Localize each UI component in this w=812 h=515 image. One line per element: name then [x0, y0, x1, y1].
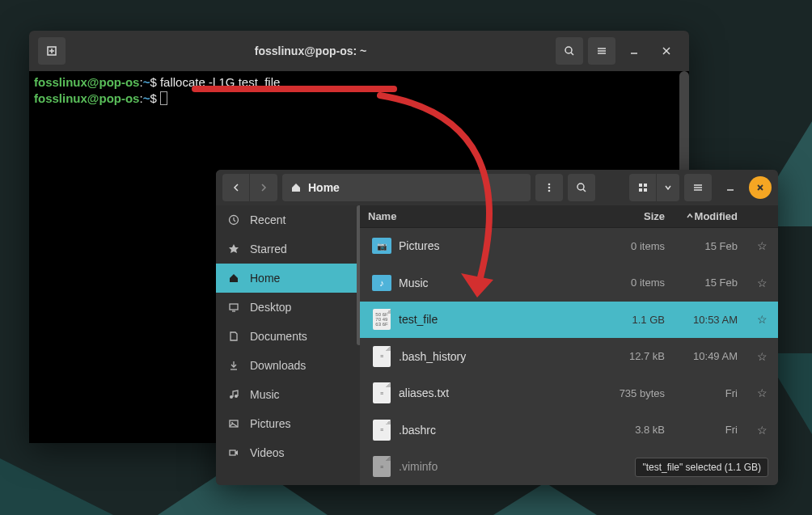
- table-row[interactable]: ♪ Music 0 items 15 Feb ☆: [360, 264, 778, 301]
- sidebar-item-label: Documents: [250, 330, 307, 343]
- sidebar-item-label: Music: [250, 388, 280, 401]
- download-icon: [227, 360, 240, 371]
- sidebar-item-desktop[interactable]: Desktop: [216, 293, 360, 322]
- nav-back-button[interactable]: [222, 174, 250, 201]
- terminal-line: fosslinux@pop-os:~$: [34, 91, 684, 107]
- view-dropdown-button[interactable]: [657, 174, 679, 201]
- folder-icon: 📷: [372, 238, 391, 254]
- home-icon: [227, 272, 240, 284]
- table-row[interactable]: ≡ .bashrc 3.8 kB Fri ☆: [360, 412, 778, 448]
- path-label: Home: [308, 181, 340, 194]
- terminal-minimize-button[interactable]: [620, 37, 648, 65]
- file-size: 12.7 kB: [600, 350, 673, 362]
- svg-marker-28: [229, 244, 239, 253]
- file-manager-window: Home Recent Starred Home Desktop Documen…: [216, 170, 778, 485]
- star-button[interactable]: ☆: [746, 239, 778, 252]
- terminal-search-button[interactable]: [556, 37, 583, 65]
- file-search-button[interactable]: [568, 174, 595, 201]
- terminal-cursor: [160, 91, 167, 105]
- file-modified: 10:53 AM: [673, 314, 746, 326]
- svg-rect-19: [639, 188, 642, 192]
- svg-point-14: [548, 190, 551, 192]
- file-name: .bash_history: [392, 350, 600, 363]
- svg-rect-20: [644, 188, 647, 192]
- file-size: 0 items: [600, 276, 673, 289]
- svg-rect-17: [639, 184, 642, 187]
- folder-icon: ♪: [372, 275, 391, 291]
- sidebar-item-label: Desktop: [250, 301, 291, 314]
- file-size: 0 items: [600, 240, 673, 252]
- sort-asc-icon: [687, 213, 693, 219]
- status-bar: "test_file" selected (1.1 GB): [635, 458, 768, 477]
- file-name: test_file: [392, 313, 600, 326]
- terminal-close-button[interactable]: [653, 37, 680, 65]
- star-button[interactable]: ☆: [746, 313, 778, 326]
- sidebar-item-downloads[interactable]: Downloads: [216, 351, 360, 380]
- table-row[interactable]: ≡ .bash_history 12.7 kB 10:49 AM ☆: [360, 338, 778, 374]
- star-button[interactable]: ☆: [746, 424, 778, 437]
- text-file-icon: ≡: [373, 456, 391, 477]
- text-file-icon: ≡: [373, 382, 391, 403]
- sidebar-scrollbar[interactable]: [357, 205, 360, 345]
- star-icon: [227, 243, 240, 255]
- new-tab-button[interactable]: [38, 37, 66, 65]
- document-icon: [227, 331, 240, 342]
- sidebar-item-pictures[interactable]: Pictures: [216, 409, 360, 438]
- desktop-icon: [227, 302, 240, 313]
- sidebar-item-recent[interactable]: Recent: [216, 205, 360, 234]
- column-size[interactable]: Size: [600, 210, 673, 222]
- file-modified: Fri: [673, 387, 746, 399]
- binary-file-icon: 50 6F70 4963 6F: [373, 309, 391, 330]
- svg-rect-29: [230, 304, 238, 310]
- view-grid-button[interactable]: [629, 174, 657, 201]
- svg-line-4: [571, 53, 573, 55]
- column-modified[interactable]: Modified: [673, 210, 746, 222]
- file-modified: 15 Feb: [673, 240, 746, 252]
- terminal-titlebar[interactable]: fosslinux@pop-os: ~: [29, 31, 689, 71]
- picture-icon: [227, 418, 240, 429]
- file-size: 735 bytes: [600, 387, 673, 399]
- file-name: .viminfo: [392, 460, 600, 473]
- sidebar-item-videos[interactable]: Videos: [216, 438, 360, 467]
- file-manager-titlebar[interactable]: Home: [216, 170, 778, 205]
- table-row[interactable]: 50 6F70 4963 6F test_file 1.1 GB 10:53 A…: [360, 302, 778, 338]
- nav-forward-button[interactable]: [250, 174, 277, 201]
- star-button[interactable]: ☆: [746, 350, 778, 363]
- file-name: Pictures: [392, 239, 600, 252]
- table-row[interactable]: ≡ aliases.txt 735 bytes Fri ☆: [360, 375, 778, 412]
- sidebar: Recent Starred Home Desktop Documents Do…: [216, 205, 360, 485]
- sidebar-item-label: Downloads: [250, 359, 306, 372]
- file-modified: 15 Feb: [673, 276, 746, 289]
- star-button[interactable]: ☆: [746, 386, 778, 399]
- text-file-icon: ≡: [373, 420, 391, 441]
- sidebar-item-label: Starred: [250, 243, 287, 255]
- sidebar-item-home[interactable]: Home: [216, 264, 360, 293]
- text-file-icon: ≡: [373, 346, 391, 367]
- file-modified: 10:49 AM: [673, 350, 746, 362]
- terminal-menu-button[interactable]: [588, 37, 615, 65]
- sidebar-item-music[interactable]: Music: [216, 380, 360, 409]
- path-bar[interactable]: Home: [282, 174, 531, 201]
- sidebar-item-starred[interactable]: Starred: [216, 234, 360, 264]
- home-icon: [290, 182, 302, 193]
- file-list: Name Size Modified 📷 Pictures 0 items 15…: [360, 205, 778, 485]
- sidebar-item-label: Videos: [250, 446, 285, 459]
- table-row[interactable]: 📷 Pictures 0 items 15 Feb ☆: [360, 228, 778, 264]
- svg-point-15: [577, 184, 584, 190]
- file-menu-button[interactable]: [684, 174, 712, 201]
- annotation-underline: [192, 86, 397, 92]
- sidebar-item-label: Pictures: [250, 417, 291, 430]
- svg-rect-18: [644, 184, 647, 187]
- star-button[interactable]: ☆: [746, 276, 778, 289]
- column-header[interactable]: Name Size Modified: [360, 205, 778, 228]
- column-name[interactable]: Name: [360, 210, 600, 222]
- file-minimize-button[interactable]: [717, 174, 744, 201]
- terminal-title: fosslinux@pop-os: ~: [68, 44, 553, 57]
- file-modified: Fri: [673, 424, 746, 436]
- file-size: 1.1 GB: [600, 314, 673, 326]
- file-close-button[interactable]: [749, 176, 772, 199]
- svg-point-13: [548, 187, 551, 189]
- sidebar-item-label: Home: [250, 272, 280, 285]
- sidebar-item-documents[interactable]: Documents: [216, 322, 360, 351]
- path-menu-button[interactable]: [535, 174, 563, 201]
